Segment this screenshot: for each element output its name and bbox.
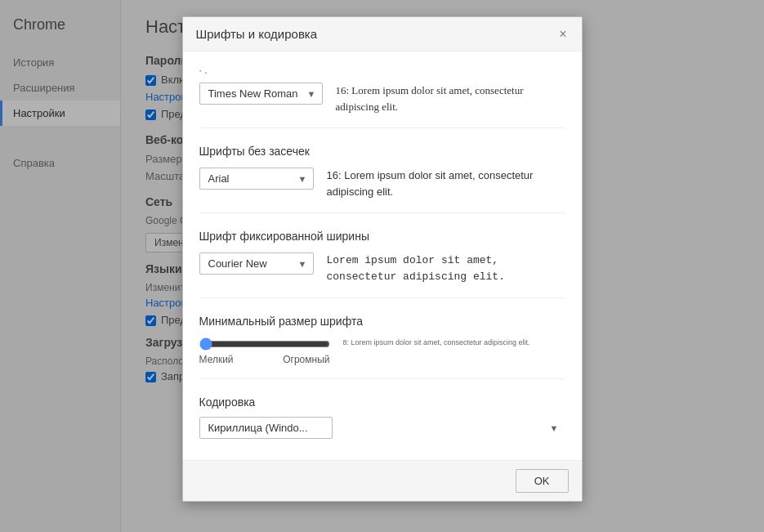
encoding-select-wrap: Кириллица (Windo... ▼ <box>199 417 565 439</box>
mono-section-title: Шрифт фиксированной ширины <box>199 230 565 243</box>
mono-select-wrap: Courier New ▼ <box>199 253 314 275</box>
slider-labels: Мелкий Огромный <box>199 354 330 365</box>
mono-font-row: Courier New ▼ Lorem ipsum dolor sit amet… <box>199 253 565 284</box>
encoding-select-arrow-icon: ▼ <box>550 423 559 433</box>
min-font-preview: 8: Lorem ipsum dolor sit amet, consectet… <box>343 338 565 349</box>
ok-button[interactable]: OK <box>516 469 569 493</box>
slider-label-small: Мелкий <box>199 354 234 365</box>
sans-select-wrap: Arial ▼ <box>199 168 314 190</box>
sans-font-preview: 16: Lorem ipsum dolor sit amet, consecte… <box>327 168 565 199</box>
mono-font-select[interactable]: Courier New <box>199 253 314 275</box>
min-font-section: Минимальный размер шрифта Мелкий Огромны… <box>199 315 565 379</box>
mono-font-preview: Lorem ipsum dolor sit amet, consectetur … <box>327 253 565 284</box>
mono-font-section: Шрифт фиксированной ширины Courier New ▼… <box>199 230 565 298</box>
serif-label-small: · . <box>199 65 565 76</box>
sans-font-select[interactable]: Arial <box>199 168 314 190</box>
min-font-title: Минимальный размер шрифта <box>199 315 565 328</box>
dialog-body[interactable]: · . Times New Roman ▼ 16: Lorem ipsum do… <box>183 51 582 460</box>
serif-font-select[interactable]: Times New Roman <box>199 83 323 105</box>
slider-wrap: Мелкий Огромный <box>199 338 330 365</box>
min-font-slider[interactable] <box>199 338 330 351</box>
dialog-footer: OK <box>183 460 582 501</box>
encoding-section: Кодировка Кириллица (Windo... ▼ <box>199 396 565 439</box>
slider-label-large: Огромный <box>283 354 329 365</box>
encoding-title: Кодировка <box>199 396 565 409</box>
serif-select-wrap: Times New Roman ▼ <box>199 83 323 105</box>
sans-font-row: Arial ▼ 16: Lorem ipsum dolor sit amet, … <box>199 168 565 199</box>
serif-font-section: · . Times New Roman ▼ 16: Lorem ipsum do… <box>199 65 565 128</box>
dialog-close-button[interactable]: × <box>557 28 568 41</box>
encoding-select[interactable]: Кириллица (Windo... <box>199 417 333 439</box>
font-encoding-dialog: Шрифты и кодировка × · . Times New Roman… <box>182 16 583 502</box>
sans-section-title: Шрифты без засечек <box>199 145 565 158</box>
dialog-header: Шрифты и кодировка × <box>183 17 582 51</box>
dialog-overlay: Шрифты и кодировка × · . Times New Roman… <box>0 0 764 532</box>
sans-font-section: Шрифты без засечек Arial ▼ 16: Lorem ips… <box>199 145 565 213</box>
dialog-title: Шрифты и кодировка <box>196 27 318 41</box>
slider-area: Мелкий Огромный 8: Lorem ipsum dolor sit… <box>199 338 565 365</box>
serif-font-preview: 16: Lorem ipsum dolor sit amet, consecte… <box>336 83 565 114</box>
serif-font-row: Times New Roman ▼ 16: Lorem ipsum dolor … <box>199 83 565 114</box>
